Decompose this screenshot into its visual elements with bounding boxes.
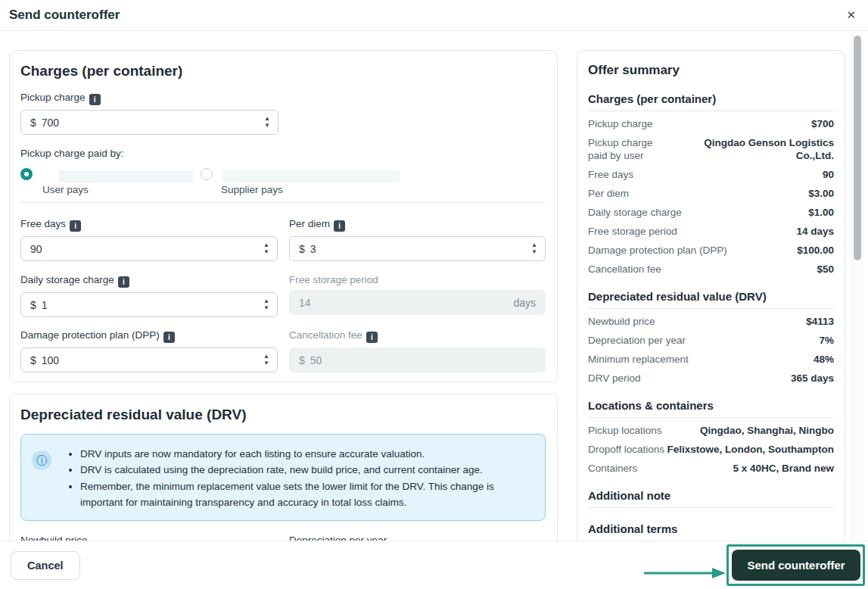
drv-info-banner: ⓘ DRV inputs are now mandatory for each … [20,434,546,521]
summary-row: Free days90 [588,168,834,181]
summary-row: Daily storage charge$1.00 [588,206,834,219]
decrement-icon[interactable]: ▼ [528,249,540,255]
stepper: ▲ ▼ [261,111,273,134]
info-icon[interactable]: i [366,332,378,343]
summary-row: Dropoff locationsFelixstowe, London, Sou… [588,443,834,456]
dialog-title: Send counteroffer [9,8,120,23]
increment-icon[interactable]: ▲ [260,242,272,248]
cancellation-fee-input: $ 50 [289,347,546,372]
per-diem-label: Per diemi [289,218,546,232]
decrement-icon[interactable]: ▼ [261,123,273,129]
daily-storage-input[interactable]: $ ▲ ▼ [20,292,278,317]
pickup-charge-field[interactable] [42,117,276,129]
charges-heading: Charges (per container) [20,63,546,79]
per-diem-input[interactable]: $ ▲ ▼ [289,236,546,261]
summary-row: Depreciation per year7% [588,334,834,347]
dialog-footer: Cancel Send counteroffer [0,541,868,589]
increment-icon[interactable]: ▲ [260,298,272,304]
radio-supplier-pays[interactable] [201,168,213,180]
radio-supplier-pays-label: Supplier pays [221,184,283,195]
free-days-label: Free daysi [20,218,278,232]
drv-bullet: Remember, the minimum replacement value … [80,478,534,511]
free-storage-input: 14 days [289,290,546,315]
divider [588,308,834,309]
drv-heading: Depreciated residual value (DRV) [20,407,546,423]
summary-row: DRV period365 days [588,372,834,385]
dpp-label: Damage protection plan (DPP)i [20,329,278,343]
summary-row: Newbuild price$4113 [588,315,834,328]
pickup-charge-label: Pickup chargei [20,92,546,105]
summary-section-title: Additional note [588,489,834,502]
circle-info-icon: ⓘ [32,450,51,470]
increment-icon[interactable]: ▲ [261,116,273,122]
highlight-stripe [222,170,400,182]
drv-bullet: DRV inputs are now mandatory for each li… [80,446,534,462]
stepper: ▲ ▼ [260,293,272,316]
stepper: ▲ ▼ [260,348,272,372]
info-icon[interactable]: i [163,332,175,343]
increment-icon[interactable]: ▲ [260,354,272,360]
increment-icon[interactable]: ▲ [528,242,540,248]
offer-summary-heading: Offer summary [588,63,834,78]
radio-user-pays[interactable] [20,168,33,180]
divider [588,111,834,111]
summary-row: Free storage period14 days [588,225,834,238]
send-counteroffer-button[interactable]: Send counteroffer [732,550,860,581]
radio-user-pays-label: User pays [42,184,89,195]
divider [588,507,834,508]
free-days-field[interactable] [30,243,275,255]
paid-by-radio-group: User pays Supplier pays [20,168,546,198]
summary-row: Pickup charge$700 [588,117,834,130]
offer-summary-card: Offer summary Charges (per container) Pi… [577,50,845,550]
daily-storage-field[interactable] [42,299,275,311]
decrement-icon[interactable]: ▼ [260,360,272,366]
divider [588,417,834,418]
dialog-header: Send counteroffer ✕ [0,0,868,31]
summary-section-title: Depreciated residual value (DRV) [588,290,834,303]
per-diem-field[interactable] [310,243,543,255]
summary-section-title: Additional terms [588,522,834,535]
free-storage-label: Free storage period [289,274,546,285]
scrollbar-thumb[interactable] [854,36,861,260]
free-days-input[interactable]: ▲ ▼ [20,236,278,261]
summary-row: Pickup locationsQingdao, Shanghai, Ningb… [588,424,834,437]
scrollbar-track[interactable] [851,32,863,541]
charges-card: Charges (per container) Pickup chargei $… [9,50,558,382]
summary-row: Per diem$3.00 [588,187,834,200]
dpp-input[interactable]: $ ▲ ▼ [20,347,278,372]
info-icon[interactable]: i [70,220,81,232]
summary-row: Containers5 x 40HC, Brand new [588,462,834,475]
summary-row: Cancellation fee$50 [588,263,834,276]
summary-row: Pickup charge paid by userQingdao Genson… [588,136,834,162]
pickup-charge-input[interactable]: $ ▲ ▼ [20,110,278,135]
daily-storage-label: Daily storage chargei [20,274,278,288]
stepper: ▲ ▼ [528,237,540,260]
drv-bullet-list: DRV inputs are now mandatory for each li… [61,446,534,510]
info-icon[interactable]: i [118,276,129,288]
annotation-arrow-icon [642,567,726,579]
decrement-icon[interactable]: ▼ [260,305,272,311]
stepper: ▲ ▼ [260,237,272,260]
summary-section-title: Locations & containers [588,399,834,412]
drv-bullet: DRV is calculated using the depreciation… [80,462,534,478]
info-icon[interactable]: i [334,220,345,232]
close-icon[interactable]: ✕ [846,8,856,23]
decrement-icon[interactable]: ▼ [260,249,272,255]
summary-row: Damage protection plan (DPP)$100.00 [588,244,834,257]
info-icon[interactable]: i [89,94,101,105]
highlight-stripe [59,170,193,182]
paid-by-label: Pickup charge paid by: [20,148,546,159]
cancellation-fee-label: Cancellation feei [289,329,546,343]
dpp-field[interactable] [42,354,275,366]
summary-section-title: Charges (per container) [588,92,834,105]
summary-row: Minimum replacement48% [588,353,834,366]
cancel-button[interactable]: Cancel [11,551,80,580]
